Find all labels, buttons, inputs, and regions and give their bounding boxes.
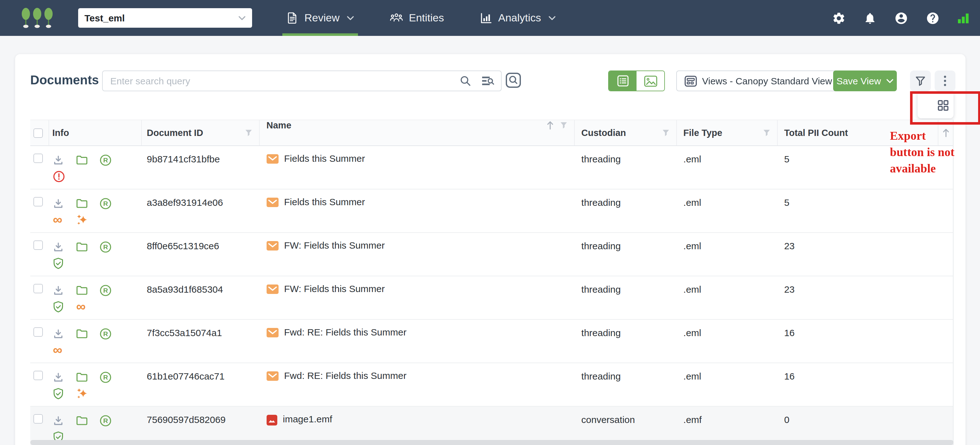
filter-funnel-icon [915,75,926,87]
table-row[interactable]: R ∞ 8a5a93d1f685304 FW: Fields this Summ… [30,276,953,320]
tab-entities[interactable]: Entities [386,0,448,36]
download-icon [53,415,76,426]
search-icon[interactable] [460,75,471,87]
row-checkbox[interactable] [33,154,43,163]
document-id: 75690597d582069 [147,414,226,425]
row-checkbox[interactable] [33,371,43,380]
filter-funnel-icon[interactable] [662,129,670,137]
folder-icon [76,329,100,338]
notifications-bell-icon[interactable] [864,11,877,25]
document-id: 7f3cc53a15074a1 [147,327,222,338]
table-row[interactable]: R 61b1e07746cac71 Fwd: RE: Fields this S… [30,363,953,407]
status-bars-icon[interactable] [957,12,969,24]
sort-ascending-icon[interactable] [546,120,555,130]
save-view-label: Save View [836,76,881,86]
pii-count-value: 23 [784,284,794,295]
image-view-button[interactable] [636,71,664,91]
document-name[interactable]: Fields this Summer [284,154,365,164]
document-id: 8ff0e65c1319ce6 [147,241,219,251]
row-checkbox[interactable] [33,197,43,206]
horizontal-scrollbar[interactable] [30,440,953,445]
column-header-custodian[interactable]: Custodian [575,120,677,146]
navbar-actions [832,11,980,25]
registered-icon: R [100,241,123,253]
search-bar [102,71,502,91]
more-options-button[interactable] [935,71,955,91]
sparkles-icon [76,214,100,225]
file-type-value: .eml [684,327,702,338]
project-selector[interactable]: Test_eml [78,8,252,28]
column-header-info[interactable]: Info [49,120,142,146]
document-name[interactable]: Fwd: RE: Fields this Summer [284,327,407,337]
table-row[interactable]: R ∞ a3a8ef931914e06 Fields this Summer t… [30,190,953,233]
info-cell: R ∞ [49,190,142,232]
download-icon [53,198,76,209]
custodian-value: conversation [581,414,635,425]
svg-text:R: R [103,200,108,207]
info-cell: R [49,233,142,276]
registered-icon: R [100,197,123,209]
registered-icon: R [100,415,123,426]
analytics-chart-icon [479,12,493,24]
boxed-search-icon[interactable] [506,72,521,88]
email-icon [267,197,278,207]
filter-button[interactable] [910,71,931,91]
review-document-icon [286,11,299,25]
settings-gear-icon[interactable] [832,11,846,25]
views-selector-button[interactable]: Views - Canopy Standard View [676,71,840,91]
columns-popover[interactable] [918,92,953,118]
table-row[interactable]: R 75690597d582069 image1.emf conversatio… [30,407,953,445]
search-input[interactable] [109,75,454,87]
custodian-value: threading [581,284,621,295]
advanced-search-icon[interactable] [482,75,495,87]
custodian-value: threading [581,327,621,338]
file-type-value: .eml [684,371,702,382]
table-row[interactable]: R 8ff0e65c1319ce6 FW: Fields this Summer… [30,233,953,276]
download-icon [53,285,76,296]
info-cell: R [49,363,142,406]
document-name[interactable]: Fields this Summer [284,197,365,207]
svg-text:R: R [103,330,108,337]
document-name[interactable]: Fwd: RE: Fields this Summer [284,371,407,381]
account-user-icon[interactable] [894,11,908,25]
filter-funnel-icon[interactable] [245,129,253,137]
chevron-down-icon [886,78,894,83]
pii-count-value: 5 [784,154,789,164]
svg-text:R: R [103,373,108,380]
table-header: Info Document ID Name Custodian [30,120,953,146]
table-body: R 9b87141cf31bfbe Fields this Summer thr… [30,146,953,445]
table-row[interactable]: R 9b87141cf31bfbe Fields this Summer thr… [30,146,953,190]
column-header-name[interactable]: Name [260,120,575,146]
document-name[interactable]: FW: Fields this Summer [284,241,385,250]
download-icon [53,155,76,165]
help-icon[interactable] [926,11,940,25]
chevron-down-icon [548,16,555,21]
image-view-icon [644,75,657,87]
file-type-value: .eml [684,197,702,208]
table-row[interactable]: R ∞ 7f3cc53a15074a1 Fwd: RE: Fields this… [30,320,953,363]
file-type-value: .eml [684,241,702,251]
tab-analytics[interactable]: Analytics [476,0,559,36]
column-header-document-id[interactable]: Document ID [142,120,260,146]
filter-funnel-icon[interactable] [560,121,568,129]
select-all-checkbox[interactable] [33,128,43,138]
file-type-value: .eml [684,284,702,295]
document-id: 9b87141cf31bfbe [147,154,220,164]
tab-label: Entities [409,12,444,24]
document-name[interactable]: FW: Fields this Summer [284,284,385,294]
tab-review[interactable]: Review [282,0,358,36]
row-checkbox[interactable] [33,284,43,293]
row-checkbox[interactable] [33,414,43,424]
row-checkbox[interactable] [33,241,43,250]
row-checkbox[interactable] [33,327,43,337]
filter-funnel-icon[interactable] [762,129,771,137]
table-view-button[interactable] [609,71,636,91]
document-name[interactable]: image1.emf [283,414,332,424]
registered-icon: R [100,371,123,383]
pii-count-value: 5 [784,197,789,208]
folder-icon [76,372,100,382]
column-header-file-type[interactable]: File Type [677,120,778,146]
pii-count-value: 23 [784,241,794,251]
save-view-button[interactable]: Save View [833,71,897,91]
custodian-value: threading [581,197,621,208]
